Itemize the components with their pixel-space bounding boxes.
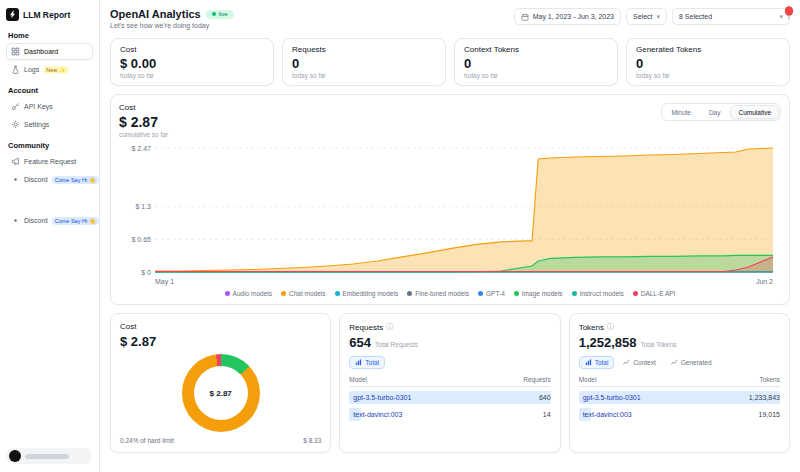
stat-value: 0 xyxy=(636,56,780,71)
model-requests: 14 xyxy=(543,411,551,418)
tab-context[interactable]: Context xyxy=(617,356,661,369)
legend-dot-icon xyxy=(514,291,519,296)
sidebar-item-discord-2[interactable]: Discord Come Say Hi 👋 xyxy=(6,212,93,229)
app-title: LLM Report xyxy=(23,10,70,20)
app-logo[interactable]: LLM Report xyxy=(6,8,93,21)
cost-donut-chart: $ 2.87 xyxy=(182,354,260,432)
legend-item: Fine-tuned models xyxy=(407,290,469,297)
sidebar-item-feature-request[interactable]: Feature Request xyxy=(6,153,93,170)
sidebar-item-logs[interactable]: Logs New ✨ xyxy=(6,61,93,78)
models-selected-label: 8 Selected xyxy=(679,13,712,20)
sidebar-item-label: Logs xyxy=(24,66,39,73)
legend-item: DALL-E API xyxy=(633,290,676,297)
column-header-model: Model xyxy=(579,376,597,383)
tab-label: Total xyxy=(595,359,609,366)
page-subtitle: Let's see how we're doing today xyxy=(110,22,234,29)
legend-item: Image models xyxy=(514,290,563,297)
stat-title: Generated Tokens xyxy=(636,45,780,54)
svg-text:$ 0: $ 0 xyxy=(141,269,151,276)
info-icon[interactable]: ⓘ xyxy=(386,322,393,332)
key-icon xyxy=(11,102,20,111)
stat-card-context-tokens: Context Tokens 0 today so far xyxy=(454,38,618,86)
column-header-tokens: Tokens xyxy=(759,376,780,383)
column-header-model: Model xyxy=(349,376,367,383)
live-dot-icon xyxy=(212,12,216,16)
nav-heading-home: Home xyxy=(8,31,91,40)
app-root: LLM Report Home Dashboard Logs New ✨ Acc… xyxy=(0,0,800,472)
stat-value: $ 0.00 xyxy=(120,56,264,71)
table-row[interactable]: gpt-3.5-turbo-0301 640 xyxy=(349,391,550,404)
tab-label: Total xyxy=(365,359,379,366)
table-row[interactable]: text-davinci:003 14 xyxy=(349,408,550,421)
balloon-icon[interactable] xyxy=(783,6,795,20)
card-title: Tokens xyxy=(579,323,604,332)
new-badge: New ✨ xyxy=(43,66,68,74)
svg-text:Jun 2: Jun 2 xyxy=(756,278,773,285)
stat-title: Requests xyxy=(292,45,436,54)
sidebar-item-label: Discord xyxy=(24,176,48,183)
sidebar-item-label: API Keys xyxy=(24,103,53,110)
stat-value: 0 xyxy=(292,56,436,71)
legend-dot-icon xyxy=(478,291,483,296)
user-name-skeleton xyxy=(25,454,69,459)
tab-total[interactable]: Total xyxy=(579,356,615,369)
legend-dot-icon xyxy=(225,291,230,296)
stat-card-generated-tokens: Generated Tokens 0 today so far xyxy=(626,38,790,86)
date-range-text: May 1, 2023 - Jun 3, 2023 xyxy=(533,13,614,20)
user-menu[interactable] xyxy=(6,448,92,464)
sidebar-item-dashboard[interactable]: Dashboard xyxy=(6,43,93,60)
legend-dot-icon xyxy=(633,291,638,296)
chevron-down-icon: ▾ xyxy=(656,13,660,21)
tab-generated[interactable]: Generated xyxy=(665,356,718,369)
table-row[interactable]: gpt-3.5-turbo-0301 1,233,843 xyxy=(579,391,780,404)
calendar-icon xyxy=(521,13,529,21)
table-row[interactable]: text-davinci:003 19,015 xyxy=(579,408,780,421)
model-name: text-davinci:003 xyxy=(349,411,402,418)
chart-legend: Audio modelsChat modelsEmbedding modelsF… xyxy=(119,288,781,300)
stat-value: 0 xyxy=(464,56,608,71)
come-say-hi-badge: Come Say Hi 👋 xyxy=(52,217,99,225)
requests-card: Requests ⓘ 654 Total Requests Total Mode… xyxy=(339,313,560,453)
legend-dot-icon xyxy=(572,291,577,296)
nav-heading-community: Community xyxy=(8,141,91,150)
page-header: OpenAI Analytics live Let's see how we'r… xyxy=(110,8,790,29)
legend-item: Audio models xyxy=(225,290,272,297)
discord-icon xyxy=(11,175,20,184)
bar-chart-icon xyxy=(355,359,362,366)
card-caption: Total Requests xyxy=(375,341,418,348)
sidebar-item-discord[interactable]: Discord Come Say Hi 👋 xyxy=(6,171,93,188)
stat-title: Context Tokens xyxy=(464,45,608,54)
range-button-minute[interactable]: Minute xyxy=(663,105,699,119)
model-name: text-davinci:003 xyxy=(579,411,632,418)
select-label: Select xyxy=(633,13,652,20)
live-badge-label: live xyxy=(219,11,228,17)
main-content: OpenAI Analytics live Let's see how we'r… xyxy=(100,0,800,472)
sidebar-item-label: Settings xyxy=(24,121,49,128)
tab-label: Generated xyxy=(681,359,712,366)
live-badge: live xyxy=(206,10,234,19)
donut-center-label: $ 2.87 xyxy=(194,366,248,420)
cost-chart-card: Cost $ 2.87 cumulative so far Minute Day… xyxy=(110,94,790,305)
bar-chart-icon xyxy=(585,359,592,366)
legend-item: Embedding models xyxy=(335,290,399,297)
sidebar-item-label: Discord xyxy=(24,217,48,224)
range-button-cumulative[interactable]: Cumulative xyxy=(730,105,779,119)
select-dropdown[interactable]: Select ▾ xyxy=(626,8,667,25)
stat-caption: today so far xyxy=(120,72,264,79)
svg-text:May 1: May 1 xyxy=(155,278,174,286)
models-dropdown[interactable]: 8 Selected ▾ xyxy=(672,8,790,25)
sidebar-item-api-keys[interactable]: API Keys xyxy=(6,98,93,115)
stat-cards-row: Cost $ 0.00 today so far Requests 0 toda… xyxy=(110,38,790,86)
info-icon[interactable]: ⓘ xyxy=(607,322,614,332)
tab-total[interactable]: Total xyxy=(349,356,385,369)
hard-limit-value: $ 8.33 xyxy=(303,437,321,444)
nav-heading-account: Account xyxy=(8,86,91,95)
tab-label: Context xyxy=(633,359,655,366)
date-range-picker[interactable]: May 1, 2023 - Jun 3, 2023 xyxy=(514,8,621,25)
sidebar-item-settings[interactable]: Settings xyxy=(6,116,93,133)
avatar xyxy=(9,450,21,462)
card-value: 1,252,858 xyxy=(579,335,637,350)
card-value: $ 2.87 xyxy=(120,334,156,349)
range-button-day[interactable]: Day xyxy=(701,105,729,119)
svg-text:$ 0.65: $ 0.65 xyxy=(132,236,152,243)
